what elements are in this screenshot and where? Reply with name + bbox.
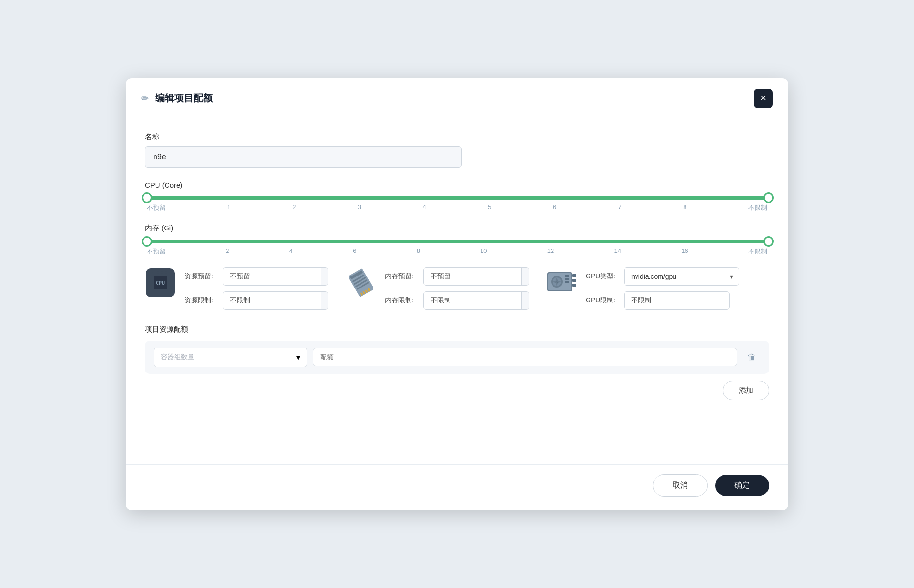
svg-text:CPU: CPU <box>156 280 165 286</box>
cpu-slider-thumb-left[interactable] <box>142 192 152 203</box>
cpu-slider-labels: 不预留 1 2 3 4 5 6 7 8 不限制 <box>145 204 769 212</box>
svg-rect-1 <box>154 271 155 274</box>
gpu-limit-row: GPU限制: <box>586 291 739 310</box>
memory-reserve-label: 内存预留: <box>385 272 419 281</box>
add-btn-container: 添加 <box>145 381 769 400</box>
cpu-reserve-label: 资源预留: <box>184 272 218 281</box>
trash-icon: 🗑 <box>747 352 756 362</box>
gpu-limit-input[interactable] <box>624 291 730 310</box>
project-quota-label: 项目资源配额 <box>145 325 769 334</box>
svg-rect-36 <box>565 281 569 283</box>
gpu-type-row: GPU类型: nvidia.com/gpu ▾ <box>586 267 739 286</box>
memory-label-2: 2 <box>226 247 229 256</box>
close-button[interactable]: × <box>754 89 773 108</box>
memory-limit-input[interactable] <box>424 292 521 309</box>
memory-resource-section: 内存预留: Gi 内存限制: Gi <box>346 267 529 310</box>
memory-slider-track[interactable] <box>147 240 767 243</box>
gpu-type-select[interactable]: nvidia.com/gpu <box>625 268 724 285</box>
memory-limit-row: 内存限制: Gi <box>385 291 529 310</box>
project-quota-row: 容器组数量 ▾ 🗑 <box>145 341 769 374</box>
container-group-placeholder: 容器组数量 <box>161 353 292 361</box>
svg-rect-34 <box>565 275 569 277</box>
gpu-type-select-group: nvidia.com/gpu ▾ <box>624 267 739 286</box>
svg-rect-16 <box>169 288 172 289</box>
cpu-limit-row: 资源限制: Core <box>184 291 328 310</box>
cpu-limit-input-group: Core <box>223 291 328 310</box>
svg-rect-4 <box>165 271 167 274</box>
gpu-type-label: GPU类型: <box>586 272 619 281</box>
svg-rect-14 <box>169 280 172 281</box>
memory-label-10: 10 <box>480 247 487 256</box>
container-group-select[interactable]: 容器组数量 ▾ <box>154 348 307 367</box>
cpu-reserve-input-group: Core <box>223 267 328 286</box>
cpu-label-min: 不预留 <box>147 204 166 212</box>
memory-label-16: 16 <box>681 247 688 256</box>
quota-input[interactable] <box>313 348 737 366</box>
memory-slider-container <box>145 240 769 243</box>
memory-reserve-input[interactable] <box>424 268 521 285</box>
name-input[interactable] <box>145 146 462 168</box>
memory-label-max: 不限制 <box>748 247 767 256</box>
cpu-resource-fields: 资源预留: Core 资源限制: Core <box>184 267 328 310</box>
title-row: ✏ 编辑项目配额 <box>141 92 213 105</box>
memory-section-label: 内存 (Gi) <box>145 224 769 233</box>
memory-icon <box>349 268 373 297</box>
cpu-label-1: 1 <box>227 204 230 212</box>
memory-label-8: 8 <box>417 247 420 256</box>
svg-rect-39 <box>572 284 576 287</box>
chevron-down-icon: ▾ <box>724 268 739 285</box>
memory-slider-thumb-left[interactable] <box>142 236 152 247</box>
svg-rect-6 <box>157 292 159 294</box>
memory-limit-unit: Gi <box>521 292 529 309</box>
gpu-limit-label: GPU限制: <box>586 296 619 305</box>
cpu-section-label: CPU (Core) <box>145 181 769 189</box>
memory-limit-label: 内存限制: <box>385 296 419 305</box>
memory-label-14: 14 <box>614 247 621 256</box>
cpu-label-5: 5 <box>488 204 491 212</box>
svg-rect-8 <box>165 292 167 294</box>
cpu-svg: CPU <box>149 271 172 294</box>
cpu-label-7: 7 <box>618 204 622 212</box>
memory-label-4: 4 <box>289 247 293 256</box>
svg-rect-38 <box>572 279 576 282</box>
dialog-header: ✏ 编辑项目配额 × <box>126 78 788 117</box>
cpu-label-3: 3 <box>358 204 361 212</box>
gpu-icon-container <box>546 267 577 296</box>
cpu-slider-track[interactable] <box>147 196 767 200</box>
chevron-down-icon: ▾ <box>296 353 300 362</box>
delete-quota-button[interactable]: 🗑 <box>743 348 760 366</box>
cpu-label-6: 6 <box>553 204 556 212</box>
svg-rect-37 <box>572 274 576 277</box>
memory-slider-thumb-right[interactable] <box>763 236 774 247</box>
add-quota-button[interactable]: 添加 <box>723 381 769 400</box>
svg-rect-5 <box>154 292 155 294</box>
dialog-footer: 取消 确定 <box>126 464 788 510</box>
close-icon: × <box>760 93 766 104</box>
cpu-reserve-input[interactable] <box>223 268 321 285</box>
cpu-limit-label: 资源限制: <box>184 296 218 305</box>
svg-rect-3 <box>161 271 163 274</box>
confirm-button[interactable]: 确定 <box>715 475 769 496</box>
resource-row: CPU 资源预留: Core 资源限制: <box>145 267 769 310</box>
cpu-limit-input[interactable] <box>223 292 321 309</box>
memory-slider-labels: 不预留 2 4 6 8 10 12 14 16 不限制 <box>145 247 769 256</box>
gpu-resource-section: GPU类型: nvidia.com/gpu ▾ GPU限制: <box>546 267 739 310</box>
cpu-reserve-row: 资源预留: Core <box>184 267 328 286</box>
pencil-icon: ✏ <box>141 93 149 104</box>
cpu-icon-container: CPU <box>145 267 176 298</box>
name-label: 名称 <box>145 132 769 142</box>
cpu-slider-thumb-right[interactable] <box>763 192 774 203</box>
cpu-limit-unit: Core <box>321 292 328 309</box>
cancel-button[interactable]: 取消 <box>653 474 708 497</box>
memory-label-12: 12 <box>547 247 554 256</box>
svg-rect-12 <box>149 288 151 289</box>
dialog-title: 编辑项目配额 <box>155 92 213 105</box>
memory-label-6: 6 <box>353 247 356 256</box>
cpu-icon: CPU <box>146 268 175 297</box>
dialog: ✏ 编辑项目配额 × 名称 CPU (Core) 不预留 1 2 3 4 5 6… <box>126 78 788 510</box>
dialog-body: 名称 CPU (Core) 不预留 1 2 3 4 5 6 7 8 不限制 内存… <box>126 117 788 464</box>
svg-rect-35 <box>565 278 569 280</box>
svg-rect-7 <box>161 292 163 294</box>
cpu-resource-section: CPU 资源预留: Core 资源限制: <box>145 267 328 310</box>
memory-reserve-unit: Gi <box>521 268 529 285</box>
